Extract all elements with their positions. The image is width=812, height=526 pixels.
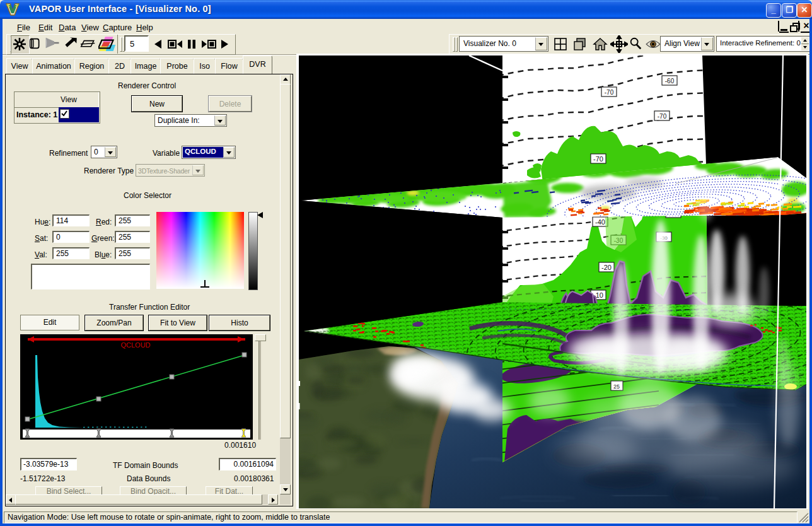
svg-text:-70: -70 — [605, 89, 614, 96]
svg-text:-40: -40 — [595, 218, 605, 226]
svg-text:QCLOUD: QCLOUD — [120, 341, 150, 349]
svg-text:25: 25 — [613, 383, 620, 390]
svg-text:-70: -70 — [658, 113, 667, 120]
svg-text:-70: -70 — [593, 155, 603, 163]
svg-text:-60: -60 — [665, 78, 675, 85]
svg-text:-20: -20 — [601, 264, 612, 271]
